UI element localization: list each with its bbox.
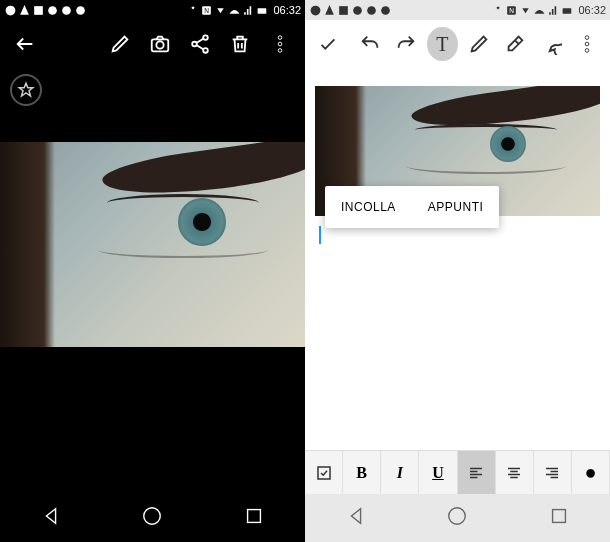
confirm-button[interactable]: [313, 27, 343, 61]
photo-viewer-screen: N 06:32: [0, 0, 305, 542]
back-button[interactable]: [8, 27, 42, 61]
nav-back-button[interactable]: [40, 505, 62, 531]
svg-text:N: N: [510, 7, 515, 14]
align-center-button[interactable]: [496, 451, 534, 494]
comment-button[interactable]: [536, 27, 566, 61]
note-canvas[interactable]: INCOLLA APPUNTI: [305, 86, 610, 216]
align-left-button[interactable]: [458, 451, 496, 494]
svg-point-3: [62, 6, 71, 15]
draw-tool-button[interactable]: [464, 27, 494, 61]
more-button[interactable]: [263, 27, 297, 61]
nav-recent-button[interactable]: [243, 505, 265, 531]
svg-point-16: [144, 508, 161, 525]
more-button[interactable]: [572, 27, 602, 61]
nav-home-button[interactable]: [141, 505, 163, 531]
context-menu: INCOLLA APPUNTI: [325, 186, 499, 228]
checkbox-format-button[interactable]: [305, 451, 343, 494]
eraser-tool-button[interactable]: [500, 27, 530, 61]
svg-rect-7: [258, 8, 267, 13]
svg-text:N: N: [205, 7, 210, 14]
svg-rect-19: [339, 6, 348, 15]
viewer-toolbar: [0, 20, 305, 68]
svg-point-22: [381, 6, 390, 15]
note-editor-screen: N 06:32 T INCOLLA APPUNTI B I U: [305, 0, 610, 542]
format-toolbar: B I U ●: [305, 450, 610, 494]
share-button[interactable]: [183, 27, 217, 61]
system-nav-bar: [305, 494, 610, 542]
edit-button[interactable]: [103, 27, 137, 61]
camera-button[interactable]: [143, 27, 177, 61]
svg-rect-31: [553, 510, 566, 523]
svg-point-18: [311, 5, 321, 15]
editor-toolbar: T: [305, 20, 610, 68]
svg-rect-29: [318, 467, 330, 479]
svg-point-28: [585, 49, 589, 53]
photo-content[interactable]: [0, 142, 305, 347]
nav-recent-button[interactable]: [548, 505, 570, 531]
svg-point-13: [278, 36, 282, 40]
color-button[interactable]: ●: [572, 451, 610, 494]
svg-rect-1: [34, 6, 43, 15]
text-tool-button[interactable]: T: [427, 27, 457, 61]
bold-button[interactable]: B: [343, 451, 381, 494]
undo-button[interactable]: [355, 27, 385, 61]
status-bar: N 06:32: [0, 0, 305, 20]
favorite-button[interactable]: [10, 74, 42, 106]
paste-menu-item[interactable]: INCOLLA: [325, 186, 412, 228]
svg-point-26: [585, 36, 589, 40]
svg-rect-17: [248, 510, 261, 523]
clock: 06:32: [578, 4, 606, 16]
svg-point-20: [353, 6, 362, 15]
nav-back-button[interactable]: [345, 505, 367, 531]
svg-point-9: [156, 41, 163, 48]
delete-button[interactable]: [223, 27, 257, 61]
clock: 06:32: [273, 4, 301, 16]
clipboard-menu-item[interactable]: APPUNTI: [412, 186, 500, 228]
svg-point-15: [278, 49, 282, 53]
nav-home-button[interactable]: [446, 505, 468, 531]
italic-button[interactable]: I: [381, 451, 419, 494]
svg-rect-25: [563, 8, 572, 13]
system-nav-bar: [0, 494, 305, 542]
svg-point-21: [367, 6, 376, 15]
svg-point-4: [76, 6, 85, 15]
svg-point-2: [48, 6, 57, 15]
redo-button[interactable]: [391, 27, 421, 61]
svg-point-14: [278, 42, 282, 46]
underline-button[interactable]: U: [419, 451, 457, 494]
svg-point-30: [449, 508, 466, 525]
align-right-button[interactable]: [534, 451, 572, 494]
svg-point-0: [6, 5, 16, 15]
svg-point-27: [585, 42, 589, 46]
text-cursor: [319, 226, 321, 244]
status-bar: N 06:32: [305, 0, 610, 20]
